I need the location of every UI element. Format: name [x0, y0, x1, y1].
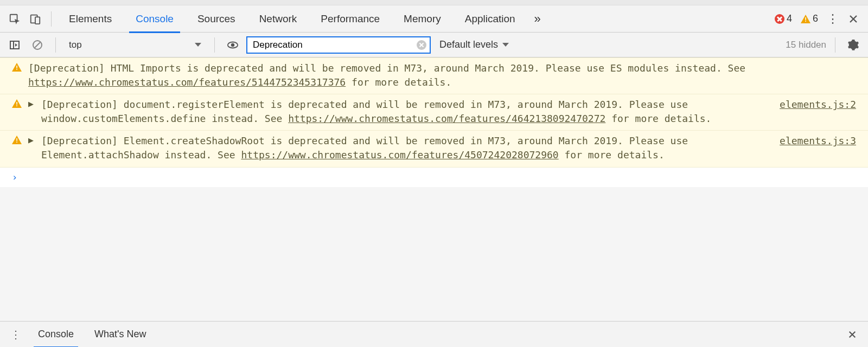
- error-count: 4: [787, 13, 792, 24]
- chevron-down-icon: [195, 43, 201, 47]
- close-drawer-icon[interactable]: [843, 325, 861, 344]
- error-badge[interactable]: 4: [775, 13, 792, 24]
- svg-rect-2: [35, 17, 40, 24]
- console-message-warning[interactable]: [Deprecation] HTML Imports is deprecated…: [0, 57, 868, 94]
- message-text: [Deprecation] document.registerElement i…: [41, 98, 767, 126]
- message-text: [Deprecation] Element.createShadowRoot i…: [41, 134, 767, 162]
- tab-elements[interactable]: Elements: [58, 5, 123, 33]
- tab-label: Network: [259, 13, 297, 25]
- separator: [835, 37, 835, 53]
- message-link[interactable]: https://www.chromestatus.com/features/46…: [288, 113, 605, 124]
- tab-label: Sources: [197, 13, 235, 25]
- level-label: Default levels: [439, 39, 498, 50]
- message-source-link[interactable]: elements.js:2: [780, 98, 856, 110]
- separator: [55, 37, 56, 53]
- warning-icon: [12, 136, 22, 144]
- drawer-tab-label: What's New: [94, 329, 146, 340]
- separator: [51, 11, 52, 27]
- message-link[interactable]: https://www.chromestatus.com/features/45…: [241, 149, 558, 160]
- warning-icon: [12, 63, 22, 72]
- clear-console-icon[interactable]: [28, 36, 47, 54]
- inspect-icon[interactable]: [5, 10, 24, 28]
- error-icon: [775, 14, 784, 24]
- svg-point-6: [231, 43, 234, 46]
- devtools-tabs-bar: Elements Console Sources Network Perform…: [0, 5, 868, 33]
- kebab-menu-icon[interactable]: ⋮: [824, 10, 842, 28]
- tab-label: Elements: [69, 13, 112, 25]
- message-link[interactable]: https://www.chromestatus.com/features/51…: [28, 76, 346, 88]
- tab-network[interactable]: Network: [248, 5, 308, 33]
- drawer-tab-console[interactable]: Console: [30, 322, 81, 348]
- tab-label: Performance: [321, 13, 380, 25]
- svg-rect-3: [10, 41, 19, 49]
- drawer-tab-whatsnew[interactable]: What's New: [87, 322, 154, 348]
- console-settings-icon[interactable]: [844, 36, 863, 54]
- tab-label: Memory: [404, 13, 441, 25]
- chevron-down-icon: [502, 43, 509, 47]
- context-selector[interactable]: top: [65, 37, 206, 53]
- more-tabs-icon[interactable]: »: [528, 10, 547, 28]
- toggle-sidebar-icon[interactable]: [5, 36, 24, 54]
- live-expression-icon[interactable]: [224, 36, 242, 54]
- drawer-tab-label: Console: [38, 329, 74, 340]
- warning-icon: [801, 15, 810, 23]
- warning-count: 6: [813, 13, 818, 24]
- filter-input[interactable]: Deprecation: [246, 36, 431, 54]
- drawer-bar: ⋮ Console What's New: [0, 321, 868, 347]
- message-source-link[interactable]: elements.js:3: [780, 134, 856, 146]
- separator: [214, 37, 215, 53]
- warning-badge[interactable]: 6: [801, 13, 818, 24]
- clear-filter-icon[interactable]: [417, 40, 426, 50]
- console-message-warning[interactable]: ▶ [Deprecation] document.registerElement…: [0, 94, 868, 131]
- tab-performance[interactable]: Performance: [310, 5, 391, 33]
- filter-value: Deprecation: [253, 40, 303, 50]
- device-toggle-icon[interactable]: [26, 10, 44, 28]
- log-level-selector[interactable]: Default levels: [439, 39, 509, 50]
- close-devtools-icon[interactable]: [844, 10, 863, 28]
- window-gutter: [0, 0, 868, 5]
- tab-console[interactable]: Console: [125, 5, 184, 33]
- prompt-icon: ›: [12, 172, 17, 183]
- tab-label: Application: [465, 13, 515, 25]
- console-messages: [Deprecation] HTML Imports is deprecated…: [0, 57, 868, 187]
- drawer-kebab-icon[interactable]: ⋮: [7, 325, 25, 344]
- expand-toggle-icon[interactable]: ▶: [28, 98, 34, 108]
- tab-label: Console: [136, 13, 174, 25]
- message-text: [Deprecation] HTML Imports is deprecated…: [28, 61, 856, 89]
- hidden-messages-count[interactable]: 15 hidden: [786, 40, 826, 50]
- tab-application[interactable]: Application: [454, 5, 526, 33]
- tab-sources[interactable]: Sources: [187, 5, 246, 33]
- warning-icon: [12, 99, 22, 108]
- console-prompt[interactable]: ›: [0, 168, 868, 187]
- console-toolbar: top Deprecation Default levels 15 hidden: [0, 33, 868, 57]
- console-message-warning[interactable]: ▶ [Deprecation] Element.createShadowRoot…: [0, 131, 868, 167]
- tab-memory[interactable]: Memory: [393, 5, 452, 33]
- expand-toggle-icon[interactable]: ▶: [28, 134, 34, 144]
- context-label: top: [69, 40, 82, 50]
